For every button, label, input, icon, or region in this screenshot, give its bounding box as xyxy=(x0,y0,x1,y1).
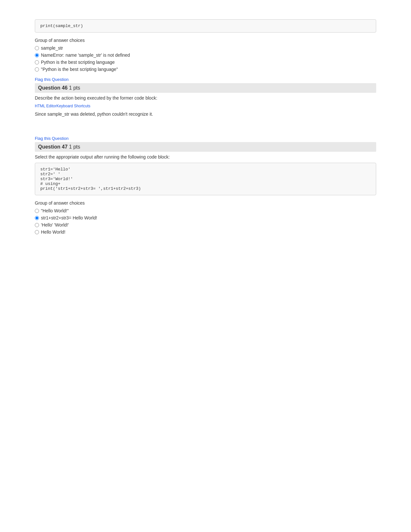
radio-q45-2[interactable] xyxy=(35,53,39,57)
answer-choice-q47-3: 'Hello' 'World!' xyxy=(35,222,376,227)
radio-q45-3[interactable] xyxy=(35,60,39,64)
answer-choice-q45-2: NameError: name 'sample_str' is not defi… xyxy=(35,53,376,58)
code-block-1: print(sample_str) xyxy=(35,19,376,33)
answer-choice-q47-2: str1+str2+str3= Hello World! xyxy=(35,215,376,220)
answer-text-q47-4: Hello World! xyxy=(41,229,65,235)
group-label-2: Group of answer choices xyxy=(35,200,376,206)
answer-text-q47-2: str1+str2+str3= Hello World! xyxy=(41,215,97,220)
answer-text-q47-1: "Hello World!" xyxy=(41,208,69,213)
radio-q47-4[interactable] xyxy=(35,230,39,234)
question-47-header: Question 47 1 pts xyxy=(35,142,376,152)
question-47-title: Question 47 1 pts xyxy=(38,144,80,150)
answer-choice-q47-4: Hello World! xyxy=(35,229,376,235)
answer-text-q45-3: Python is the best scripting language xyxy=(41,60,115,65)
answer-choice-q45-4: "Python is the best scripting language" xyxy=(35,67,376,72)
question-46-header: Question 46 1 pts xyxy=(35,83,376,93)
answer-choice-q47-1: "Hello World!" xyxy=(35,208,376,213)
question-47-description: Select the appropriate output after runn… xyxy=(35,154,376,160)
question-47-section: Flag this Question Question 47 1 pts Sel… xyxy=(35,136,376,235)
question-46-pts: 1 pts xyxy=(69,85,80,91)
flag-q47-link[interactable]: Flag this Question xyxy=(35,136,376,141)
answer-choice-q45-3: Python is the best scripting language xyxy=(35,60,376,65)
code-block-2: str1='Hello' str2=' ' str3='World!' # us… xyxy=(35,163,376,195)
question-46-section: Flag this Question Question 46 1 pts Des… xyxy=(35,77,376,117)
answer-text-q45-2: NameError: name 'sample_str' is not defi… xyxy=(41,53,130,58)
answer-choices-q45: Group of answer choices sample_str NameE… xyxy=(35,38,376,72)
question-46-answer: Since sample_str was deleted, python cou… xyxy=(35,111,376,117)
radio-q45-1[interactable] xyxy=(35,46,39,50)
question-46-description: Describe the action being executed by th… xyxy=(35,95,376,101)
html-editor-link[interactable]: HTML EditorKeyboard Shortcuts xyxy=(35,104,376,108)
radio-q47-1[interactable] xyxy=(35,209,39,213)
flag-q46-link[interactable]: Flag this Question xyxy=(35,77,376,82)
group-label-1: Group of answer choices xyxy=(35,38,376,43)
answer-text-q45-4: "Python is the best scripting language" xyxy=(41,67,118,72)
radio-q47-2[interactable] xyxy=(35,216,39,220)
radio-q47-3[interactable] xyxy=(35,223,39,227)
question-46-title: Question 46 1 pts xyxy=(38,85,80,91)
radio-q45-4[interactable] xyxy=(35,67,39,72)
answer-text-q47-3: 'Hello' 'World!' xyxy=(41,222,69,227)
answer-choices-q47: Group of answer choices "Hello World!" s… xyxy=(35,200,376,235)
answer-text-q45-1: sample_str xyxy=(41,45,63,51)
question-47-pts: 1 pts xyxy=(69,144,80,150)
answer-choice-q45-1: sample_str xyxy=(35,45,376,51)
